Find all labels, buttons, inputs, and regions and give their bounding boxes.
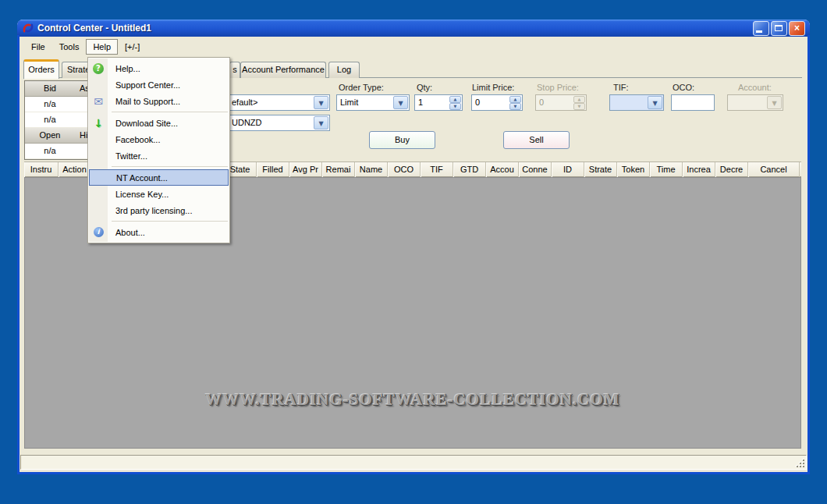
tif-select[interactable]: ▼ xyxy=(609,94,664,111)
account-select: ▼ xyxy=(727,94,783,111)
column-header-cancel[interactable]: Cancel xyxy=(748,162,800,177)
control-center-window: Control Center - Untitled1 × FileToolsHe… xyxy=(17,20,810,474)
menu-item-twitter[interactable]: Twitter... xyxy=(89,147,229,164)
column-header-name[interactable]: Name xyxy=(355,162,388,177)
app-icon xyxy=(22,22,34,34)
limit-price-spinner: ▲ ▼ xyxy=(509,96,521,109)
order-type-select[interactable]: Limit ▼ xyxy=(336,94,410,111)
window-controls: × xyxy=(753,21,807,36)
tab-log[interactable]: Log xyxy=(328,62,360,78)
info-icon: i xyxy=(92,226,105,239)
menubar: FileToolsHelp[+/-] xyxy=(20,37,807,57)
column-header-increa[interactable]: Increa xyxy=(683,162,715,177)
sell-button[interactable]: Sell xyxy=(503,131,570,149)
menu-item-label: Download Site... xyxy=(115,119,178,128)
menu-item-about[interactable]: iAbout... xyxy=(89,224,229,240)
column-header-oco[interactable]: OCO xyxy=(388,162,421,177)
spinner-down-icon[interactable]: ▼ xyxy=(449,103,461,110)
menubar-item-file[interactable]: File xyxy=(24,39,52,55)
stop-price-value: 0 xyxy=(539,98,544,107)
mail-icon: ✉ xyxy=(92,95,105,108)
minimize-button[interactable] xyxy=(753,21,769,36)
chevron-down-icon: ▼ xyxy=(767,96,782,109)
buy-button[interactable]: Buy xyxy=(369,131,435,149)
chevron-down-icon[interactable]: ▼ xyxy=(314,116,328,130)
qty-input[interactable]: 1 ▲ ▼ xyxy=(414,94,463,111)
column-header-accou[interactable]: Accou xyxy=(486,162,519,177)
order-type-label: Order Type: xyxy=(339,83,384,92)
tab-s[interactable]: s xyxy=(229,62,240,78)
menu-separator xyxy=(112,166,228,167)
market-grid-cell: Open xyxy=(25,128,75,143)
menubar-item-tools[interactable]: Tools xyxy=(52,39,87,55)
limit-price-value: 0 xyxy=(475,98,480,107)
help-menu: ?Help...Support Center...✉Mail to Suppor… xyxy=(87,57,230,243)
download-icon: ↓ xyxy=(92,117,105,130)
title-bar[interactable]: Control Center - Untitled1 × xyxy=(17,20,810,37)
menu-item-label: License Key... xyxy=(115,190,169,199)
maximize-button[interactable] xyxy=(771,21,787,36)
spinner-down-icon[interactable]: ▼ xyxy=(509,103,521,110)
menubar-item-item[interactable]: [+/-] xyxy=(118,39,147,55)
order-type-value: Limit xyxy=(340,98,358,107)
market-grid-cell: n/a xyxy=(25,144,75,158)
spinner-up-icon[interactable]: ▲ xyxy=(509,96,521,103)
account-label: Account: xyxy=(738,83,772,92)
column-header-id[interactable]: ID xyxy=(552,162,584,177)
stop-price-label: Stop Price: xyxy=(537,83,579,92)
menu-item-label: Support Center... xyxy=(115,80,180,90)
column-header-strate[interactable]: Strate xyxy=(584,162,617,177)
column-header-action[interactable]: Action xyxy=(59,162,91,177)
tab-orders[interactable]: Orders xyxy=(23,59,59,79)
column-header-time[interactable]: Time xyxy=(650,162,683,177)
menu-separator xyxy=(112,112,228,112)
column-header-conne[interactable]: Conne xyxy=(519,162,552,177)
instrument-combo[interactable]: UDNZD ▼ xyxy=(228,115,330,131)
watermark: WWW.TRADING-SOFTWARE-COLLECTION.COM xyxy=(25,390,800,410)
tab-account-performance[interactable]: Account Performance xyxy=(240,62,326,78)
minimize-icon xyxy=(756,30,762,33)
close-button[interactable]: × xyxy=(789,21,805,36)
column-header-instru[interactable]: Instru xyxy=(24,162,59,177)
market-grid-cell: n/a xyxy=(25,97,75,112)
column-header-avg-pr[interactable]: Avg Pr xyxy=(289,162,322,177)
menu-item-download-site[interactable]: ↓Download Site... xyxy=(89,115,229,131)
limit-price-input[interactable]: 0 ▲ ▼ xyxy=(471,94,523,111)
chevron-down-icon[interactable]: ▼ xyxy=(393,96,408,109)
menu-item-support-center[interactable]: Support Center... xyxy=(89,76,229,93)
qty-value: 1 xyxy=(418,98,423,107)
oco-input[interactable] xyxy=(671,94,715,111)
resize-grip[interactable] xyxy=(795,458,804,467)
column-header-gtd[interactable]: GTD xyxy=(453,162,486,177)
menu-item-help[interactable]: ?Help... xyxy=(89,60,229,76)
menu-item-facebook[interactable]: Facebook... xyxy=(89,131,229,147)
qty-label: Qty: xyxy=(417,83,432,92)
chevron-down-icon[interactable]: ▼ xyxy=(648,96,662,109)
stop-price-input: 0 ▲ ▼ xyxy=(535,94,587,111)
menu-separator xyxy=(112,221,228,222)
menu-item-3rd-party-licensing[interactable]: 3rd party licensing... xyxy=(89,202,229,218)
column-header-remai[interactable]: Remai xyxy=(322,162,355,177)
tif-label: TIF: xyxy=(613,83,629,92)
column-header-filled[interactable]: Filled xyxy=(257,162,289,177)
menu-item-mail-to-support[interactable]: ✉Mail to Support... xyxy=(89,93,229,109)
instrument-list-combo[interactable]: efault> ▼ xyxy=(228,94,330,111)
maximize-icon xyxy=(775,25,783,31)
column-header-decre[interactable]: Decre xyxy=(715,162,748,177)
spinner-up-icon[interactable]: ▲ xyxy=(449,96,461,103)
status-bar xyxy=(20,452,807,472)
menu-item-label: Mail to Support... xyxy=(115,97,180,106)
help-icon: ? xyxy=(92,62,105,75)
menu-item-label: Help... xyxy=(115,64,140,73)
market-grid-cell: Bid xyxy=(25,81,75,96)
chevron-down-icon[interactable]: ▼ xyxy=(314,96,328,109)
qty-spinner: ▲ ▼ xyxy=(449,96,461,109)
column-header-tif[interactable]: TIF xyxy=(421,162,453,177)
column-header-token[interactable]: Token xyxy=(617,162,650,177)
menu-item-label: Twitter... xyxy=(115,151,147,161)
stop-price-spinner: ▲ ▼ xyxy=(573,96,585,109)
menu-item-license-key[interactable]: License Key... xyxy=(89,186,229,202)
menubar-item-help[interactable]: Help xyxy=(86,39,118,55)
menu-item-label: Facebook... xyxy=(115,135,160,144)
menu-item-nt-account[interactable]: NT Account... xyxy=(89,169,229,186)
